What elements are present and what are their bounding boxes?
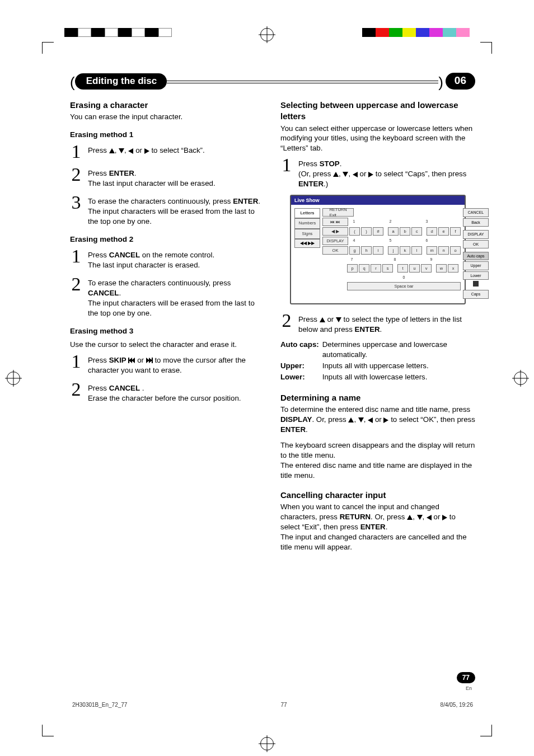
keyboard-key: ◀ ▶ (322, 227, 348, 236)
step-text: Press SKIP or to move the cursor after t… (88, 353, 265, 375)
right-icon (442, 515, 447, 520)
heading-method-1: Erasing method 1 (70, 130, 265, 140)
registration-mark-top (260, 28, 274, 41)
section-title: Editing the disc (75, 73, 167, 90)
crop-mark (480, 725, 492, 736)
text: You can select either uppercase or lower… (280, 124, 475, 154)
keyboard-upper: Upper (463, 261, 489, 270)
left-icon (427, 515, 432, 520)
step-text: Press ENTER. The last input character wi… (88, 166, 216, 189)
text: To determine the entered disc name and t… (280, 405, 475, 435)
text: You can erase the input character. (70, 112, 265, 122)
up-icon (348, 417, 354, 422)
color-bar-right (362, 28, 470, 37)
up-icon (320, 317, 325, 322)
step-text: Press or to select the type of letters i… (298, 312, 475, 335)
keyboard-key: OK (322, 246, 348, 255)
text: The entered disc name and title name are… (280, 461, 475, 481)
chapter-number: 06 (446, 73, 475, 90)
keyboard-key: DISPLAY (322, 237, 348, 245)
keyboard-display: DISPLAY (463, 230, 489, 238)
keyboard-back: Back (463, 218, 489, 227)
step-number-1: 1 (70, 248, 82, 270)
crop-mark (42, 725, 54, 736)
keyboard-key: RETURNExit (322, 208, 354, 217)
footer-page: 77 (280, 702, 287, 708)
footer-filename: 2H30301B_En_72_77 (72, 702, 127, 708)
keyboard-ok: OK (463, 240, 489, 248)
keyboard-caps: Caps (463, 290, 489, 298)
registration-mark-bottom (260, 737, 274, 750)
registration-mark-left (7, 372, 20, 385)
keyboard-lower: Lower (463, 271, 489, 280)
step-number-1: 1 (280, 157, 293, 189)
keyboard-nav: ◀◀ ▶▶ (294, 239, 320, 248)
left-column: Erasing a character You can erase the in… (70, 97, 265, 552)
stop-icon (473, 281, 479, 287)
step-number-2: 2 (70, 276, 82, 318)
skip-next-icon (146, 358, 153, 363)
step-number-2: 2 (70, 381, 82, 403)
step-number-3: 3 (70, 194, 82, 227)
text: When you want to cancel the input and ch… (280, 502, 475, 532)
left-icon (353, 172, 358, 177)
keyboard-screen-figure: Live Show Letters Numbers Signs ◀◀ ▶▶ RE… (290, 195, 466, 304)
page-language: En (466, 685, 472, 691)
keyboard-key: ⏮ ⏭ (322, 218, 348, 226)
heading-method-3: Erasing method 3 (70, 326, 265, 336)
keyboard-cancel: CANCEL (463, 208, 489, 217)
step-text: Press STOP. (Or, press , , or to select … (298, 157, 475, 189)
heading-selecting-case: Selecting between uppercase and lowercas… (280, 100, 475, 123)
step-text: Press CANCEL . Erase the character befor… (88, 381, 241, 403)
up-icon (109, 148, 115, 153)
up-icon (333, 172, 339, 177)
step-number-1: 1 (70, 353, 82, 375)
text: Use the cursor to select the character a… (70, 340, 265, 350)
down-icon (119, 148, 124, 153)
right-column: Selecting between uppercase and lowercas… (280, 97, 475, 552)
section-header: ( Editing the disc ) 06 (70, 73, 475, 90)
up-icon (407, 515, 413, 520)
text: The keyboard screen disappears and the d… (280, 440, 475, 461)
skip-prev-icon (128, 358, 135, 363)
down-icon (417, 515, 423, 520)
crop-mark (480, 42, 492, 54)
keyboard-tab-numbers: Numbers (294, 218, 320, 228)
down-icon (343, 172, 348, 177)
heading-erasing-character: Erasing a character (70, 100, 265, 111)
definitions-table: Auto caps:Determines uppercase and lower… (280, 340, 475, 383)
down-icon (358, 417, 364, 422)
crop-mark (42, 42, 54, 54)
footer-meta: 2H30301B_En_72_77 77 8/4/05, 19:26 (70, 702, 475, 708)
right-icon (368, 172, 373, 177)
color-bar-left (64, 28, 172, 37)
step-text: Press , , or to select “Back”. (88, 143, 205, 161)
right-icon (144, 148, 149, 154)
step-number-2: 2 (70, 166, 82, 189)
registration-mark-right (514, 372, 527, 385)
step-text: To erase the characters continuously, pr… (88, 194, 265, 227)
keyboard-autocaps: Auto caps (463, 252, 489, 260)
text: The input and changed characters are can… (280, 532, 475, 552)
step-number-2: 2 (280, 312, 293, 335)
step-number-1: 1 (70, 143, 82, 161)
left-icon (368, 417, 373, 423)
heading-determining-name: Determining a name (280, 392, 475, 403)
keyboard-title: Live Show (291, 196, 465, 205)
footer-timestamp: 8/4/05, 19:26 (441, 702, 473, 708)
keyboard-spacebar: Space bar (347, 282, 461, 290)
down-icon (336, 317, 341, 322)
page-number-badge: 77 (457, 672, 475, 683)
step-text: Press CANCEL on the remote control. The … (88, 248, 214, 270)
heading-method-2: Erasing method 2 (70, 234, 265, 245)
keyboard-tab-letters: Letters (294, 208, 320, 218)
keyboard-tab-signs: Signs (294, 229, 320, 239)
left-icon (128, 148, 133, 154)
heading-cancelling-input: Cancelling character input (280, 490, 475, 501)
step-text: To erase the characters continuously, pr… (88, 276, 265, 318)
